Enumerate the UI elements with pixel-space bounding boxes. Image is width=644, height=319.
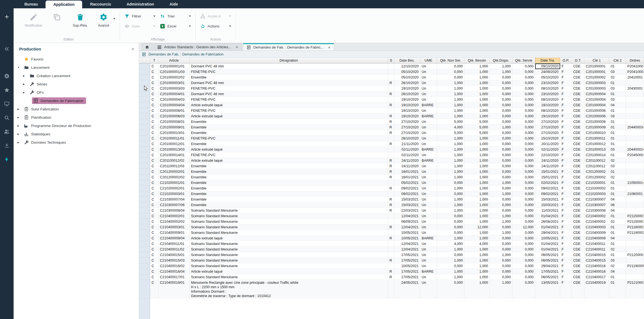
cell-cle2[interactable]: 03 (609, 163, 626, 169)
cell-designation[interactable]: Menuiserie Rectangle avec Une zone princ… (190, 280, 388, 298)
cell-cle1[interactable]: C201000004 (584, 102, 609, 108)
column-header[interactable]: Ordres (626, 58, 644, 63)
cell-date-traitement[interactable]: 15/10/2020 (535, 136, 560, 141)
document-tab[interactable]: Articles Standards : Gestion des Article… (154, 43, 242, 50)
cell-ume[interactable]: BARRE (420, 147, 437, 152)
cell-ot[interactable]: CDE (572, 180, 584, 186)
table-row[interactable]: C C201000002/02 Ensemble 05/10/2020 Un 0… (139, 75, 644, 80)
cell-qte-dispo[interactable]: 0,000 (490, 169, 512, 174)
document-tab[interactable]: Demandes de Fab. : Demandes de Fabric...… (243, 43, 334, 50)
column-header[interactable]: T (150, 58, 159, 63)
cell-qte-dispo[interactable]: 1,000 (490, 219, 512, 224)
cell-cle2[interactable]: 01 (609, 213, 626, 219)
cell-ordres[interactable]: P20450001 (626, 152, 644, 158)
cell-date-besoin[interactable]: 19/10/2020 (394, 113, 420, 119)
cell-qte-non-servie[interactable]: 0,000 (437, 230, 464, 236)
cell-statut[interactable] (388, 152, 394, 158)
table-row[interactable]: C C201000004/01 Dormant PVC 48 mm R 26/1… (139, 91, 644, 97)
cell-op[interactable]: F (560, 252, 572, 258)
cell-type[interactable]: C (150, 86, 159, 91)
cell-statut[interactable] (388, 75, 394, 80)
cell-qte-non-servie[interactable]: 0,000 (437, 191, 464, 197)
cell-date-traitement[interactable]: 15/01/2021 (535, 169, 560, 174)
ribbon-small-button[interactable]: Trier (160, 12, 191, 20)
cell-date-traitement[interactable]: 09/02/2021 (535, 191, 560, 197)
cell-qte-non-servie[interactable]: 1,000 (437, 86, 464, 91)
cell-article[interactable]: C201100012/03 (159, 163, 190, 169)
cell-date-traitement[interactable]: 02/11/2020 (535, 147, 560, 152)
cell-ume[interactable]: Un (420, 75, 437, 80)
cell-cle1[interactable]: C210400009 (584, 230, 609, 236)
cell-qte-servie[interactable]: 0,000 (512, 252, 535, 258)
row-selector[interactable] (139, 69, 150, 75)
cell-qte-servie[interactable]: 0,000 (512, 86, 535, 91)
row-selector[interactable] (139, 158, 150, 163)
cell-ume[interactable]: Un (420, 230, 437, 236)
cell-qte-servie[interactable]: 0,000 (512, 258, 535, 263)
cell-cle1[interactable]: C210400011 (584, 247, 609, 252)
cell-designation[interactable]: Article extrudé laqué (190, 147, 388, 152)
cell-designation[interactable]: Scénario Standard Menuiserie (190, 213, 388, 219)
cell-ume[interactable]: Un (420, 169, 437, 174)
cell-cle1[interactable]: C201000003 (584, 80, 609, 86)
cell-ordres[interactable] (626, 247, 644, 252)
cell-qte-servie[interactable]: 0,000 (512, 241, 535, 247)
cell-qte-servie[interactable]: 0,000 (512, 213, 535, 219)
cell-cle1[interactable]: C210400015 (584, 252, 609, 258)
cell-qte-dispo[interactable]: 0,000 (490, 158, 512, 163)
cell-date-besoin[interactable]: 27/10/2020 (394, 130, 420, 136)
cell-qte-servie[interactable]: 0,000 (512, 69, 535, 75)
cell-statut[interactable] (388, 180, 394, 186)
cell-cle2[interactable]: 03 (609, 113, 626, 119)
cell-qte-dispo[interactable]: 0,000 (490, 208, 512, 213)
table-row[interactable]: C C210400016/02 Scénario Standard Menuis… (139, 263, 644, 269)
cell-cle1[interactable]: C210300007 (584, 197, 609, 202)
cell-qte-besoin[interactable]: 1,000 (464, 91, 490, 97)
cell-qte-dispo[interactable]: 0,000 (490, 147, 512, 152)
menu-item[interactable]: Aide (162, 0, 186, 8)
table-row[interactable]: C C201200002/02 Ensemble R 16/01/2021 Un… (139, 174, 644, 180)
table-row[interactable]: C C210300007/06 Ensemble R 15/03/2021 Un… (139, 202, 644, 208)
cell-op[interactable]: F (560, 274, 572, 280)
cell-designation[interactable]: FENETRE-PVC (190, 136, 388, 141)
cell-designation[interactable]: Dormant PVC 48 mm (190, 80, 388, 86)
cell-designation[interactable]: Ensemble (190, 191, 388, 197)
cell-ot[interactable]: CDE (572, 113, 584, 119)
cell-statut[interactable]: R (388, 119, 394, 125)
cell-qte-servie[interactable]: 0,000 (512, 152, 535, 158)
cell-ot[interactable]: CDE (572, 191, 584, 197)
table-row[interactable]: C C210200001/01 Ensemble 05/02/2021 Un 0… (139, 180, 644, 186)
cell-statut[interactable]: R (388, 274, 394, 280)
cell-statut[interactable] (388, 108, 394, 113)
cell-qte-dispo[interactable]: 0,000 (490, 102, 512, 108)
cell-qte-non-servie[interactable]: 5,000 (437, 119, 464, 125)
cell-ot[interactable]: CDE (572, 80, 584, 86)
cell-date-besoin[interactable]: 27/10/2020 (394, 119, 420, 125)
cell-article[interactable]: C201000004/01 (159, 91, 190, 97)
cell-article[interactable]: C210400016/04 (159, 269, 190, 274)
cell-qte-besoin[interactable]: 4,000 (464, 241, 490, 247)
cell-ot[interactable]: CDE (572, 219, 584, 224)
cell-type[interactable]: C (150, 152, 159, 158)
table-row[interactable]: C C201000001/03 FENETRE-PVC 05/10/2020 U… (139, 69, 644, 75)
cell-article[interactable]: C210400009/04 (159, 236, 190, 241)
cell-qte-servie[interactable]: 0,000 (512, 91, 535, 97)
cell-designation[interactable]: Article extrudé laqué (190, 158, 388, 163)
cell-cle2[interactable]: 01 (609, 136, 626, 141)
cell-article[interactable]: C201000013/03 (159, 147, 190, 152)
cell-article[interactable]: C210400002/02 (159, 219, 190, 224)
cell-qte-besoin[interactable]: 1,000 (464, 136, 490, 141)
cell-ordres[interactable] (626, 274, 644, 280)
cell-op[interactable]: F (560, 263, 572, 269)
cell-qte-besoin[interactable]: 1,000 (464, 219, 490, 224)
cell-designation[interactable]: Article extrudé laqué (190, 113, 388, 119)
cell-qte-servie[interactable]: 0,000 (512, 147, 535, 152)
cell-cle1[interactable]: C201100012 (584, 158, 609, 163)
cell-cle1[interactable]: C201000002 (584, 75, 609, 80)
cell-qte-non-servie[interactable]: 1,000 (437, 163, 464, 169)
cell-date-traitement[interactable]: 22/10/2020 (535, 152, 560, 158)
cell-ume[interactable]: Un (420, 91, 437, 97)
cell-ordres[interactable] (626, 113, 644, 119)
cell-cle2[interactable]: 02 (609, 75, 626, 80)
cell-qte-dispo[interactable]: 0,000 (490, 91, 512, 97)
